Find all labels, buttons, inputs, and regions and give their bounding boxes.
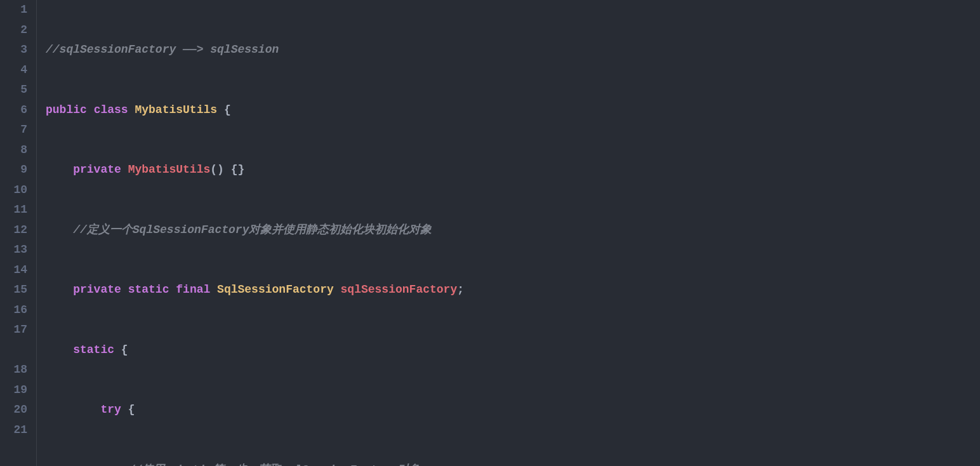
token-keyword: private [73,283,121,296]
token-keyword: private [73,163,121,176]
code-line[interactable]: public class MybatisUtils { [46,100,980,121]
token-semi: ; [457,283,464,296]
code-line[interactable]: try { [46,400,980,420]
token-keyword: public [46,103,87,116]
line-number: 10 [0,180,27,201]
code-area[interactable]: //sqlSessionFactory ——> sqlSession publi… [37,0,980,466]
token-constructor: MybatisUtils [128,163,211,176]
line-number: 4 [0,60,27,81]
line-number: 7 [0,120,27,140]
line-number: 12 [0,220,27,241]
token-keyword: static [128,283,169,296]
token-var: sqlSessionFactory [341,283,458,296]
line-number: 3 [0,40,27,60]
code-editor: 1 2 3 4 5 6 7 8 9 10 11 12 13 14 15 16 1… [0,0,980,466]
line-number: 18 [0,360,27,380]
code-line[interactable]: //定义一个SqlSessionFactory对象并使用静态初始化块初始化对象 [46,220,980,241]
code-line[interactable]: //使用mybatis第一步，获取sqlSessionFactory对象 [46,460,980,467]
line-number: 15 [0,280,27,300]
line-number: 9 [0,160,27,180]
token-classname: MybatisUtils [135,103,217,116]
line-number: 20 [0,400,27,420]
token-keyword: try [100,403,121,416]
line-number-gutter: 1 2 3 4 5 6 7 8 9 10 11 12 13 14 15 16 1… [0,0,37,466]
code-line[interactable]: static { [46,340,980,361]
code-line[interactable]: //sqlSessionFactory ——> sqlSession [46,40,980,60]
code-line[interactable]: private static final SqlSessionFactory s… [46,280,980,300]
comment: //定义一个SqlSessionFactory对象并使用静态初始化块初始化对象 [73,223,432,236]
token-type: SqlSessionFactory [217,283,334,296]
line-number: 5 [0,80,27,100]
line-number: 2 [0,20,27,41]
code-line[interactable]: private MybatisUtils() {} [46,160,980,180]
line-number: 17 [0,320,27,360]
line-number: 13 [0,240,27,260]
line-number: 1 [0,0,27,20]
token-parens: () {} [210,163,244,176]
line-number: 11 [0,200,27,220]
token-brace: { [121,403,135,416]
token-brace: { [114,343,128,356]
token-keyword: class [94,103,128,116]
line-number: 19 [0,380,27,401]
token-brace: { [217,103,231,116]
comment: //sqlSessionFactory ——> sqlSession [46,43,279,56]
line-number: 14 [0,260,27,281]
line-number: 16 [0,300,27,321]
line-number: 6 [0,100,27,121]
line-number: 8 [0,140,27,161]
token-keyword: final [176,283,210,296]
line-number: 21 [0,420,27,441]
comment: //使用mybatis第一步，获取sqlSessionFactory对象 [128,463,421,467]
token-keyword: static [73,343,114,356]
